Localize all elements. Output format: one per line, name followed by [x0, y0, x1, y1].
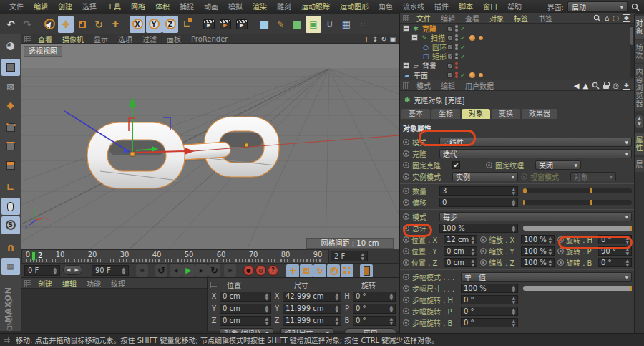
quantize-icon[interactable]: S — [1, 216, 20, 234]
offset-field[interactable]: 0▲▼ — [439, 198, 518, 207]
strip-stepper-icon[interactable]: ▲▼ — [635, 115, 643, 128]
reset-radio[interactable] — [403, 285, 409, 292]
menu-file[interactable]: 文件 — [4, 0, 29, 14]
render-view-icon[interactable] — [201, 16, 217, 33]
per-step-dropdown[interactable]: 每步▼ — [439, 212, 632, 221]
layer-toggle[interactable] — [447, 26, 453, 32]
search-icon[interactable] — [593, 14, 601, 22]
tab-effectors[interactable]: 效果器 — [522, 109, 557, 119]
fix-texture-dropdown[interactable]: 关闭▼ — [535, 160, 581, 170]
panel-grip[interactable] — [403, 15, 409, 21]
last-tool-icon[interactable]: ✚ — [107, 16, 123, 33]
menu-sculpt[interactable]: 雕刻 — [272, 0, 296, 14]
reset-radio[interactable] — [403, 297, 409, 303]
object-label[interactable]: 平面 — [414, 69, 428, 80]
track-icon[interactable]: ◎ — [613, 82, 619, 90]
layer-toggle[interactable] — [447, 35, 453, 41]
clone-dropdown[interactable]: 迭代▼ — [439, 149, 632, 158]
scale-z-field[interactable]: 100 %▲▼ — [521, 258, 555, 267]
tag-icon[interactable] — [479, 36, 483, 40]
enable-check-icon[interactable]: ✓ — [460, 53, 466, 60]
texture-mode-icon[interactable]: ▨ — [1, 77, 20, 95]
x-axis-lock-icon[interactable]: X — [130, 16, 145, 33]
z-axis-lock-icon[interactable]: Z — [162, 16, 178, 33]
enable-check-icon[interactable]: ✓ — [460, 44, 466, 51]
expand-icon[interactable]: + — [403, 62, 409, 69]
spline-pen-icon[interactable]: ✎ — [273, 16, 288, 33]
goto-start-icon[interactable]: « — [136, 264, 148, 277]
reset-radio[interactable] — [403, 308, 409, 314]
menu-animate[interactable]: 动画 — [199, 0, 223, 14]
timeline-ruler[interactable]: 0 10 20 30 40 50 60 70 80 90 2 — [21, 249, 329, 264]
step-size-slider[interactable] — [523, 286, 632, 291]
current-frame-field[interactable]: 2 F ▲▼ — [331, 251, 368, 261]
search-icon[interactable] — [631, 3, 640, 11]
tree-row-plane[interactable]: ▰ 平面 ✓ — [400, 70, 635, 80]
om-menu-view[interactable]: 查看 — [461, 13, 484, 24]
coordinate-system-icon[interactable]: ∟ — [179, 16, 195, 33]
vp-menu-filter[interactable]: 过滤 — [138, 34, 161, 44]
menu-create[interactable]: 创建 — [53, 0, 77, 14]
workplane-lock-icon[interactable]: ▦ — [1, 258, 20, 275]
search-icon[interactable] — [592, 82, 600, 90]
filter-icon[interactable]: ◯ — [613, 15, 619, 21]
mat-menu-create[interactable]: 创建 — [34, 278, 57, 289]
home-icon[interactable]: ⌂ — [605, 14, 609, 22]
reset-radio[interactable] — [480, 259, 487, 266]
visibility-dots[interactable] — [455, 34, 458, 41]
key-position-icon[interactable]: ✚ — [286, 264, 299, 277]
tab-basic[interactable]: 基本 — [401, 109, 430, 119]
pos-y-field[interactable]: 0 cm▲▼ — [220, 304, 271, 314]
next-frame-icon[interactable]: ▸ — [195, 264, 208, 277]
om-menu-tags[interactable]: 标签 — [509, 13, 532, 24]
am-menu-mode[interactable]: 模式 — [412, 80, 435, 91]
rot-b-field[interactable]: 0 °▲▼ — [598, 258, 632, 267]
menu-render[interactable]: 渲染 — [248, 0, 272, 14]
menu-simulate[interactable]: 模拟 — [223, 0, 248, 14]
undo-icon[interactable]: ↶ — [3, 16, 19, 33]
step-rot-p-field[interactable]: 0 °▲▼ — [461, 307, 518, 316]
menu-mesh[interactable]: 网格 — [126, 0, 150, 14]
rot-h-field[interactable]: 0 °▲▼ — [353, 292, 396, 302]
reset-radio[interactable] — [403, 199, 409, 206]
subdivision-surface-icon[interactable]: ■ — [289, 16, 305, 33]
enable-check-icon[interactable]: ✓ — [460, 34, 466, 42]
side-tab-attributes[interactable]: 属性 — [635, 133, 644, 155]
stepper-icon[interactable]: ▲▼ — [361, 252, 364, 261]
size-z-field[interactable]: 11.999 cm▲▼ — [283, 316, 341, 326]
fix-clone-checkbox[interactable]: ✔ — [452, 161, 460, 169]
mat-menu-texture[interactable]: 纹理 — [107, 278, 130, 289]
stepper-icon[interactable]: ▲▼ — [122, 266, 125, 275]
start-frame-field[interactable]: 0 F ▲▼ — [24, 265, 60, 276]
layer-toggle[interactable] — [447, 44, 453, 50]
step-rot-b-field[interactable]: 0 °▲▼ — [461, 318, 518, 327]
collapse-icon[interactable]: − — [403, 25, 409, 32]
polygons-mode-icon[interactable] — [1, 157, 20, 174]
play-forward-icon[interactable]: ↻ — [208, 264, 220, 277]
tab-transform[interactable]: 变换 — [492, 109, 520, 119]
reset-radio[interactable] — [403, 274, 409, 280]
vp-rotate-icon[interactable]: ↻ — [381, 35, 386, 43]
panel-grip[interactable] — [24, 36, 31, 42]
goto-end-icon[interactable]: » — [224, 264, 236, 277]
rot-b-field[interactable]: 0 °▲▼ — [353, 316, 396, 326]
reset-radio[interactable] — [480, 248, 487, 254]
om-menu-file[interactable]: 文件 — [412, 13, 435, 24]
rotate-tool-icon[interactable]: ↻ — [91, 16, 107, 33]
vp-menu-options[interactable]: 选项 — [114, 34, 137, 44]
pos-x-field[interactable]: 0 cm▲▼ — [220, 292, 271, 302]
tag-icon[interactable] — [479, 73, 483, 77]
phong-tag-icon[interactable] — [469, 35, 475, 41]
vp-zoom-icon[interactable]: ↕ — [372, 35, 378, 43]
menu-edit[interactable]: 编辑 — [29, 0, 53, 14]
history-back-icon[interactable]: ◀ — [574, 82, 580, 90]
visibility-dots[interactable] — [455, 25, 458, 32]
vp-menu-display[interactable]: 显示 — [89, 34, 112, 44]
add-panel-icon[interactable]: ✚ — [623, 82, 630, 90]
instance-mode-dropdown[interactable]: 实例▼ — [452, 172, 518, 181]
key-pla-icon[interactable] — [341, 264, 353, 277]
size-y-field[interactable]: 11.999 cm▲▼ — [283, 304, 341, 314]
redo-icon[interactable]: ↷ — [19, 16, 35, 33]
menu-volume[interactable]: 体积 — [150, 0, 175, 14]
menu-select[interactable]: 选择 — [77, 0, 102, 14]
